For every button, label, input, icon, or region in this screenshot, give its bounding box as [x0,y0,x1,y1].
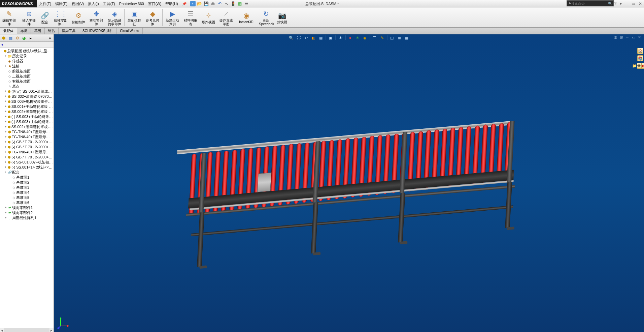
move-part-button[interactable]: ✥移动零部件 [87,7,105,27]
vp-tile2-icon[interactable]: ⊞ [620,35,624,40]
tree-filter-bar[interactable]: ▼ │ [0,42,54,48]
undo-icon[interactable]: ↶ [217,1,223,6]
hide-show-icon[interactable]: 👁 [338,35,343,40]
menu-pin-icon[interactable]: 📌 [180,0,189,7]
tree-node[interactable]: +⬢SS.002+滚筒链轮罩板-0707 [0,124,54,129]
tree-node[interactable]: +⇄镜向零部件2 [0,210,54,215]
tree-node[interactable]: ↳原点 [0,84,54,89]
tree-node[interactable]: +A注解 [0,64,54,69]
tree-node[interactable]: +⋮⋮局部线性阵列1 [0,215,54,220]
tree-node[interactable]: +⬢SS-002+滚筒架-070707.1< [0,94,54,99]
menu-file[interactable]: 文件(F) [37,0,53,7]
tree-node[interactable]: +⬢SS-003+电机安装组件-0701 [0,99,54,104]
graphics-viewport[interactable]: 🔍 ⛶ ↩ ◧ ▦ ▣ 👁 ● ☀ ◉ ☰ ✎ ◫ ⊞ ▦ ◫ ⊞ ─ ▭ ✕ [54,34,644,332]
edit-appearance-icon[interactable]: ✎ [379,35,385,40]
tree-node[interactable]: ◇基准面3 [0,185,54,190]
vp-tile-icon[interactable]: ◫ [614,35,618,40]
help-icon[interactable]: ? [614,1,617,6]
bom-button[interactable]: ☰材料明细表 [181,7,200,27]
view-tool3-icon[interactable]: ▦ [404,35,409,40]
pin-panel-icon[interactable]: » [47,35,53,41]
tree-node[interactable]: ◈传感器 [0,59,54,64]
prev-view-icon[interactable]: ↩ [303,35,309,40]
tab-render[interactable]: 渲染工具 [59,28,79,34]
feature-tree[interactable]: −⬢总装配图 (默认<默认_显示状态 +📁历史记录◈传感器+A注解◇前视基准面◇… [0,48,54,328]
tree-node[interactable]: +⬢TG-TN8-40+T型螺母块M8 [0,134,54,140]
tree-node[interactable]: +⬢(-) GB / T 70 . 2-2000+内六 [0,145,54,150]
traffic-icon[interactable]: 🚦 [231,1,236,6]
tab-addins[interactable]: SOLIDWORKS 插件 [79,28,117,34]
open-icon[interactable]: 📂 [197,1,202,6]
mate-button[interactable]: 🔗配合 [38,7,52,27]
command-search[interactable]: ⚑ 🔍 [567,0,614,6]
zoom-fit-icon[interactable]: 🔍 [289,35,294,40]
edit-part-button[interactable]: ✎编辑零部件 [0,7,18,27]
tab-circuit[interactable]: CircuitWorks [117,28,143,34]
vp-min-icon[interactable]: ─ [626,35,631,40]
tab-assembly[interactable]: 装配体 [0,28,17,34]
new-motion-button[interactable]: ▶新建运动算例 [163,7,181,27]
assembly-feature-button[interactable]: ▣装配体特征 [125,7,143,27]
taskpane-appearance-icon[interactable]: ● [641,63,644,69]
taskpane-home-icon[interactable]: 🏠 [637,48,643,54]
zoom-area-icon[interactable]: ⛶ [296,35,301,40]
config-tab-icon[interactable]: ⚙ [14,35,20,41]
appearance-icon[interactable]: ● [347,35,353,40]
render-icon[interactable]: ◉ [362,35,368,40]
tree-node[interactable]: +⬢TG-TN8-40+T型螺母块M8 [0,129,54,134]
instant3d-button[interactable]: ◉Instant3D [237,7,255,27]
linear-pattern-button[interactable]: ⋮⋮线性零部件... [52,7,70,27]
tree-node[interactable]: ◇基准面4 [0,190,54,195]
tree-node[interactable]: +⬢(-) SS-001.007+机架铝型材 [0,160,54,165]
orientation-triad[interactable] [57,316,70,329]
tree-node[interactable]: ◇右视基准面 [0,79,54,84]
view-tool1-icon[interactable]: ◫ [389,35,395,40]
taskpane-lib-icon[interactable]: 📚 [637,55,643,61]
tree-node[interactable]: ◇前视基准面 [0,69,54,74]
vp-close-icon[interactable]: ✕ [638,35,643,40]
view-orient-icon[interactable]: ▦ [318,35,324,40]
tree-node[interactable]: ◇上视基准面 [0,74,54,79]
feature-tree-tab-icon[interactable]: ⬢ [1,35,7,41]
ref-geom-button[interactable]: ◆参考几何体 [143,7,162,27]
print-icon[interactable]: 🖶 [210,1,216,6]
menu-edit[interactable]: 编辑(E) [53,0,70,7]
tree-node[interactable]: ◇基准面5 [0,195,54,200]
menu-view[interactable]: 视图(V) [70,0,86,7]
menu-window[interactable]: 窗口(W) [146,0,164,7]
tree-node[interactable]: +⬢(-) SS.003+主动轮链条-070 [0,119,54,124]
extra-tab-icon[interactable]: ▸ [28,35,34,41]
tree-node[interactable]: +📁历史记录 [0,54,54,59]
tree-node[interactable]: +⬢SS.002+滚筒链轮罩板-0707 [0,109,54,114]
menu-photoview[interactable]: PhotoView 360 [117,0,146,7]
minimize-icon[interactable]: ─ [624,1,629,6]
taskpane-view-icon[interactable]: 👁 [637,63,641,69]
tree-node[interactable]: +⬢TG-TN8-40+T型螺母块M8 [0,150,54,155]
menu-tools[interactable]: 工具(T) [101,0,117,7]
tree-node[interactable]: ◇基准面2 [0,180,54,185]
view-setting-icon[interactable]: ☰ [372,35,377,40]
menu-help[interactable]: 帮助(H) [163,0,180,7]
tree-node[interactable]: +⬢(固定) SS-001+滚筒线01机 [0,89,54,94]
snapshot-button[interactable]: 📷拍快照 [275,7,289,27]
tree-node[interactable]: ◇基准面1 [0,175,54,180]
tree-node[interactable]: +⇄镜向零部件1 [0,205,54,210]
tree-node[interactable]: ◇基准面6 [0,200,54,205]
new-icon[interactable]: ▫ [190,1,196,6]
vp-max-icon[interactable]: ▭ [632,35,637,40]
tree-node[interactable]: +🔗配合 [0,170,54,175]
show-hidden-button[interactable]: ◈显示隐藏的零部件 [105,7,124,27]
options-icon[interactable]: ☰ [244,1,249,6]
property-tab-icon[interactable]: ▦ [7,35,13,41]
scene-icon[interactable]: ☀ [355,35,360,40]
tree-node[interactable]: +⬢(-) SS.003+主动轮链条-070 [0,114,54,119]
tab-evaluate[interactable]: 评估 [45,28,59,34]
update-speedpak-button[interactable]: ↻更新Speedpak [257,7,275,27]
tab-sketch[interactable]: 草图 [31,28,45,34]
smart-fastener-button[interactable]: ⚙智能扣件 [70,7,87,27]
tree-node[interactable]: +⬢(-) SS.001<1> (默认<<默认 [0,165,54,170]
exploded-line-button[interactable]: ⟋爆炸直线草图 [217,7,235,27]
appearance-tab-icon[interactable]: ◕ [21,35,27,41]
tree-node[interactable]: +⬢SS.001+主动链轮罩板-0707 [0,104,54,109]
insert-part-button[interactable]: ⊕插入零部件 [20,7,38,27]
